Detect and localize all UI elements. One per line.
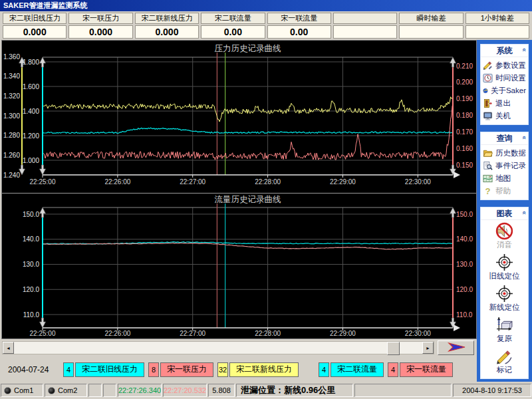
sidebar-item-restore[interactable]: 复原: [481, 314, 528, 345]
forward-button[interactable]: [438, 340, 474, 355]
window-title: SAKER管道泄漏监测系统: [3, 1, 88, 9]
sidebar-item-help[interactable]: ? 帮助: [481, 185, 528, 198]
sidebar-item-exit[interactable]: 退出: [481, 97, 528, 110]
settings-icon: [483, 61, 493, 70]
collapse-chevron-icon[interactable]: «: [521, 48, 527, 52]
readout-value: [399, 25, 463, 39]
event-log-icon: [483, 161, 493, 171]
legend-channel-number: 32: [217, 362, 228, 377]
com2-label: Com2: [58, 386, 77, 394]
readout-value: 0.000: [68, 25, 132, 39]
legend-row: 2004-07-24 4 宋二联旧线压力 8 宋一联压力 32 宋二联新线压力 …: [0, 357, 477, 382]
panel-title: 图表: [497, 208, 513, 219]
sidebar-item-label: 时间设置: [495, 73, 526, 83]
scroll-left-button[interactable]: ◄: [3, 342, 14, 354]
readout-value: 0.000: [3, 25, 66, 39]
svg-text:压力历史记录曲线: 压力历史记录曲线: [215, 44, 281, 53]
panel-header-system[interactable]: 系统 «: [481, 45, 528, 57]
sidebar-item-label: 关机: [495, 111, 511, 121]
sidebar-item-label: 消音: [497, 240, 512, 250]
readout-label: 宋二联旧线压力: [3, 13, 66, 24]
sidebar-item-label: 帮助: [495, 186, 511, 196]
app-window: SAKER管道泄漏监测系统 宋二联旧线压力 0.000 宋一联压力 0.000 …: [0, 0, 532, 399]
collapse-chevron-icon[interactable]: «: [521, 211, 527, 215]
time-scrollbar[interactable]: ◄ ►: [2, 341, 434, 354]
sidebar-item-shutdown[interactable]: 关机: [481, 110, 528, 122]
readout-label: 宋一联流量: [267, 13, 331, 24]
svg-text:0.160: 0.160: [456, 145, 473, 152]
readout-label: 宋一联压力: [68, 13, 132, 24]
status-cell-empty: [88, 384, 102, 397]
sidebar-item-about-saker[interactable]: 关于Saker: [481, 84, 528, 97]
locate-old-line-icon: [495, 253, 513, 271]
status-cell-empty: [354, 384, 452, 397]
sidebar-panel-charts: 图表 « 消音 旧线定位 新线定位 复原 标记: [480, 207, 529, 379]
sidebar-item-time-settings[interactable]: 时间设置: [481, 72, 528, 84]
svg-text:22:25:00: 22:25:00: [30, 178, 56, 186]
sidebar-item-locate-old-line[interactable]: 旧线定位: [481, 251, 528, 283]
svg-text:120.0: 120.0: [456, 286, 473, 293]
com2-led-icon: [48, 387, 55, 394]
pressure-chart[interactable]: 1.3601.3401.3201.3001.2801.2601.2401.800…: [2, 41, 476, 192]
panel-title: 系统: [497, 45, 513, 57]
status-datetime: 2004-8-10 9:17:53: [453, 384, 531, 397]
status-time-red: 22:27:20.532: [163, 384, 207, 397]
sidebar-item-label: 地图: [495, 174, 511, 184]
readout-panel: 宋二联旧线压力 0.000 宋一联压力 0.000 宋二联新线压力 0.000 …: [0, 11, 532, 40]
scroll-right-button[interactable]: ►: [422, 342, 434, 354]
svg-text:1.240: 1.240: [3, 172, 20, 179]
sidebar-item-label: 退出: [495, 98, 511, 108]
readout-value: 0.00: [267, 25, 331, 39]
status-cell-empty: [103, 384, 116, 397]
svg-text:130.0: 130.0: [456, 261, 473, 268]
sidebar: 系统 « 参数设置 时间设置 关于Saker 退出 关机: [477, 40, 532, 382]
readout-label: 1小时输差: [466, 13, 529, 24]
panel-header-charts[interactable]: 图表 «: [481, 207, 528, 220]
legend-date: 2004-07-24: [8, 365, 63, 374]
svg-text:22:29:00: 22:29:00: [330, 330, 356, 337]
sidebar-panel-query: 查询 « 历史数据 事件记录 地图 ? 帮助: [480, 132, 529, 200]
svg-text:1.800: 1.800: [23, 59, 39, 66]
sidebar-panel-system: 系统 « 参数设置 时间设置 关于Saker 退出 关机: [480, 44, 529, 125]
svg-text:0.150: 0.150: [456, 162, 473, 169]
sidebar-item-mark[interactable]: 标记: [481, 345, 528, 376]
status-bar: Com1 Com2 22:27:26.340 22:27:20.532 5.80…: [0, 382, 532, 399]
readout-column: [333, 13, 397, 39]
svg-text:1.360: 1.360: [3, 53, 20, 61]
clock-icon: [483, 73, 493, 83]
svg-text:110.0: 110.0: [23, 311, 40, 319]
sidebar-item-parameter-settings[interactable]: 参数设置: [481, 59, 528, 72]
svg-text:1.200: 1.200: [23, 132, 39, 140]
legend-channel-number: 8: [148, 362, 159, 377]
sidebar-item-label: 参数设置: [495, 61, 526, 70]
svg-text:1.340: 1.340: [3, 72, 20, 80]
sidebar-item-history-data[interactable]: 历史数据: [481, 147, 528, 160]
sidebar-item-label: 关于Saker: [491, 86, 526, 96]
flow-chart[interactable]: 150.0140.0130.0120.0110.0150.0140.0130.0…: [2, 193, 476, 338]
svg-text:150.0: 150.0: [456, 211, 473, 218]
svg-text:0.210: 0.210: [456, 63, 473, 70]
svg-text:110.0: 110.0: [456, 311, 473, 319]
svg-text:22:26:00: 22:26:00: [104, 330, 130, 337]
sidebar-item-event-log[interactable]: 事件记录: [481, 160, 528, 172]
exit-icon: [483, 98, 493, 108]
status-time-green: 22:27:26.340: [118, 384, 162, 397]
readout-label: [333, 13, 397, 24]
map-icon: [483, 174, 493, 184]
collapse-chevron-icon[interactable]: «: [521, 136, 527, 140]
about-icon: [483, 86, 488, 96]
sidebar-item-label: 标记: [497, 365, 512, 375]
readout-column: 宋二联旧线压力 0.000: [3, 13, 66, 39]
sidebar-item-label: 事件记录: [495, 161, 526, 171]
svg-text:22:30:00: 22:30:00: [405, 178, 431, 186]
sidebar-item-map[interactable]: 地图: [481, 172, 528, 185]
legend-channel-number: 4: [319, 362, 329, 377]
sidebar-item-locate-new-line[interactable]: 新线定位: [481, 283, 528, 314]
charts-area: 1.3601.3401.3201.3001.2801.2601.2401.800…: [1, 40, 477, 339]
scrollbar-thumb[interactable]: [387, 342, 400, 355]
svg-text:120.0: 120.0: [23, 286, 39, 293]
panel-header-query[interactable]: 查询 «: [481, 132, 528, 145]
readout-label: 宋二联流量: [201, 13, 265, 24]
restore-icon: [495, 316, 513, 334]
sidebar-item-mute[interactable]: 消音: [481, 220, 528, 251]
